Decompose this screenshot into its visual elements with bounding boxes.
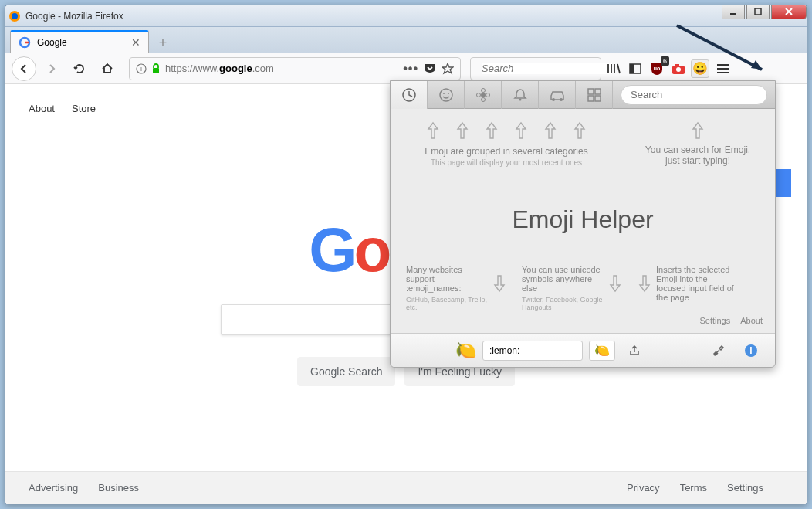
minimize-button[interactable] (722, 5, 745, 19)
svg-point-18 (448, 93, 449, 94)
emoji-links: Settings About (692, 316, 763, 325)
svg-rect-27 (588, 89, 594, 94)
svg-point-17 (443, 93, 445, 94)
google-footer: Advertising Business Privacy Terms Setti… (5, 471, 807, 504)
navigation-toolbar: i https://www.google.com ••• uo6 😀 (5, 53, 807, 84)
page-actions-icon[interactable]: ••• (403, 62, 418, 76)
clock-icon (401, 87, 417, 103)
screenshot-extension[interactable] (669, 59, 688, 78)
library-button[interactable] (604, 59, 623, 78)
arrow-up-icon (455, 121, 469, 140)
svg-rect-3 (755, 8, 761, 15)
bookmark-star-icon[interactable] (442, 63, 454, 75)
svg-point-1 (12, 13, 18, 19)
svg-point-24 (519, 98, 521, 100)
hint-search: You can search for Emoji, just start typ… (644, 121, 752, 166)
emoji-footer: 🍋 🍋 i (391, 333, 775, 367)
svg-rect-7 (153, 68, 159, 73)
svg-point-20 (481, 88, 485, 92)
emoji-unicode-button[interactable]: 🍋 (589, 341, 615, 361)
info-icon: i (744, 344, 758, 358)
arrow-up-icon (543, 121, 557, 140)
google-nav-store[interactable]: Store (72, 103, 96, 114)
emoji-code-input[interactable] (482, 341, 583, 361)
emoji-tab-smileys[interactable] (428, 81, 465, 109)
emoji-face-icon: 😀 (692, 61, 708, 76)
ublock-extension[interactable]: uo6 (648, 59, 666, 78)
home-button[interactable] (95, 56, 120, 81)
emoji-tab-nature[interactable] (465, 81, 502, 109)
emoji-tab-recent[interactable] (391, 81, 428, 109)
footer-advertising[interactable]: Advertising (29, 482, 78, 494)
emoji-tab-symbols[interactable] (576, 81, 613, 109)
footer-privacy[interactable]: Privacy (627, 482, 660, 494)
menu-button[interactable] (712, 58, 734, 80)
svg-point-19 (481, 93, 486, 97)
footer-business[interactable]: Business (98, 482, 139, 494)
svg-point-21 (481, 97, 485, 101)
hint-insert: Inserts the selected Emoji into the focu… (638, 265, 738, 311)
emoji-search-input[interactable] (621, 85, 767, 105)
emoji-share-button[interactable] (621, 341, 648, 361)
emoji-tab-objects[interactable] (502, 81, 539, 109)
emoji-search-wrap (621, 85, 767, 105)
tab-close-icon[interactable]: ✕ (131, 36, 140, 49)
url-text: https://www.google.com (165, 63, 398, 74)
smiley-icon (438, 87, 454, 103)
lemon-icon: 🍋 (594, 343, 610, 358)
window-titlebar: Google - Mozilla Firefox (5, 5, 807, 27)
sidebar-button[interactable] (626, 59, 645, 78)
close-button[interactable] (771, 5, 807, 19)
tab-google[interactable]: Google ✕ (10, 30, 149, 53)
emoji-helper-extension[interactable]: 😀 (691, 59, 709, 78)
arrow-down-icon (608, 274, 622, 293)
hint-insert-text: Inserts the selected Emoji into the focu… (656, 265, 738, 302)
hint-names-sub: GitHub, Basecamp, Trello, etc. (406, 296, 488, 311)
back-button[interactable] (12, 56, 36, 81)
emoji-body: Emoji are grouped in several categories … (391, 109, 775, 333)
footer-terms[interactable]: Terms (680, 482, 707, 494)
share-icon (628, 344, 641, 357)
library-icon (607, 63, 621, 75)
emoji-info-button[interactable]: i (738, 341, 764, 361)
emoji-tab-travel[interactable] (539, 81, 576, 109)
maximize-button[interactable] (746, 5, 770, 19)
emoji-preview: 🍋 (455, 341, 476, 361)
emoji-about-link[interactable]: About (740, 316, 763, 325)
bell-icon (513, 87, 528, 103)
search-input[interactable] (482, 63, 612, 74)
hints-bottom: Many websites support :emoji_names: GitH… (406, 265, 760, 311)
svg-point-25 (552, 98, 555, 101)
emoji-settings-link[interactable]: Settings (699, 316, 730, 325)
svg-rect-10 (630, 64, 634, 73)
emoji-tools-button[interactable] (705, 341, 732, 361)
hint-unicode: You can use unicode symbols anywhere els… (522, 265, 622, 311)
hint-categories-text: Emoji are grouped in several categories (406, 146, 607, 157)
camera-icon (672, 63, 685, 75)
footer-settings[interactable]: Settings (727, 482, 763, 494)
google-nav-about[interactable]: About (29, 103, 55, 114)
address-bar[interactable]: i https://www.google.com ••• (129, 57, 461, 80)
svg-rect-29 (588, 96, 594, 101)
forward-button[interactable] (39, 56, 64, 81)
arrow-down-icon (492, 274, 506, 293)
search-bar[interactable] (470, 57, 601, 80)
svg-point-22 (476, 93, 480, 97)
arrow-up-icon (573, 121, 587, 140)
svg-point-16 (440, 89, 452, 101)
emoji-category-tabs (391, 81, 775, 109)
svg-point-23 (486, 93, 489, 97)
pocket-icon[interactable] (423, 63, 437, 75)
tab-strip: Google ✕ + (5, 27, 807, 53)
info-icon[interactable]: i (136, 63, 147, 74)
svg-point-13 (676, 67, 681, 72)
hint-names: Many websites support :emoji_names: GitH… (406, 265, 506, 311)
google-search-button[interactable]: Google Search (297, 357, 395, 386)
google-favicon-icon (19, 36, 31, 49)
hint-categories-sub: This page will display your most recent … (406, 158, 607, 167)
reload-button[interactable] (67, 56, 92, 81)
svg-rect-28 (595, 89, 601, 94)
arrow-up-icon (691, 121, 705, 140)
new-tab-button[interactable]: + (152, 32, 174, 53)
squares-icon (587, 87, 602, 103)
